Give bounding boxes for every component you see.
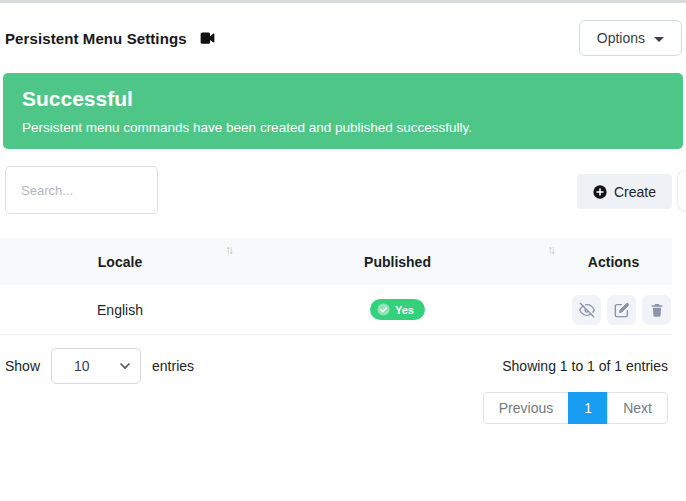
entries-label: entries	[152, 358, 194, 374]
actions-cell	[555, 295, 672, 325]
locales-table: Locale ↑↓ Published ↑↓ Actions English Y…	[0, 238, 672, 335]
page-title: Persistent Menu Settings	[5, 30, 187, 47]
sort-icon: ↑↓	[547, 243, 553, 257]
trash-icon	[649, 302, 665, 318]
locale-cell: English	[0, 302, 240, 318]
sort-icon: ↑↓	[225, 243, 231, 257]
column-header-locale[interactable]: Locale ↑↓	[0, 238, 240, 285]
plus-circle-icon	[593, 185, 607, 199]
previous-page-button[interactable]: Previous	[483, 392, 569, 424]
unpublish-button[interactable]	[572, 295, 601, 325]
next-page-button[interactable]: Next	[607, 392, 668, 424]
videocam-icon	[198, 29, 216, 47]
options-button-label: Options	[597, 30, 645, 46]
caret-down-icon	[654, 37, 664, 42]
search-input[interactable]	[5, 166, 158, 214]
table-row: English Yes	[0, 285, 672, 335]
published-badge: Yes	[370, 299, 425, 320]
pagination: Previous 1 Next	[0, 392, 686, 424]
column-header-actions: Actions	[555, 238, 672, 285]
page-1-button[interactable]: 1	[568, 392, 608, 424]
edit-button[interactable]	[607, 295, 636, 325]
create-button[interactable]: Create	[577, 174, 672, 209]
table-toolbar: Create	[0, 166, 686, 226]
results-summary: Showing 1 to 1 of 1 entries	[502, 358, 668, 374]
clipped-right-button[interactable]	[677, 170, 686, 211]
page-header: Persistent Menu Settings Options	[0, 3, 686, 58]
alert-message: Persistent menu commands have been creat…	[22, 119, 664, 137]
column-header-published[interactable]: Published ↑↓	[240, 238, 555, 285]
show-label: Show	[5, 358, 40, 374]
published-badge-label: Yes	[395, 304, 414, 316]
delete-button[interactable]	[642, 295, 671, 325]
page-size-select[interactable]: 10	[51, 348, 141, 384]
pencil-square-icon	[614, 302, 630, 318]
create-button-label: Create	[614, 184, 656, 200]
published-cell: Yes	[240, 299, 555, 320]
table-header-row: Locale ↑↓ Published ↑↓ Actions	[0, 238, 672, 285]
eye-slash-icon	[579, 302, 595, 318]
check-circle-icon	[377, 303, 390, 316]
success-alert: Successful Persistent menu commands have…	[3, 73, 683, 149]
table-footer: Show 10 entries Showing 1 to 1 of 1 entr…	[0, 347, 686, 384]
options-button[interactable]: Options	[579, 20, 682, 56]
alert-title: Successful	[22, 86, 664, 112]
